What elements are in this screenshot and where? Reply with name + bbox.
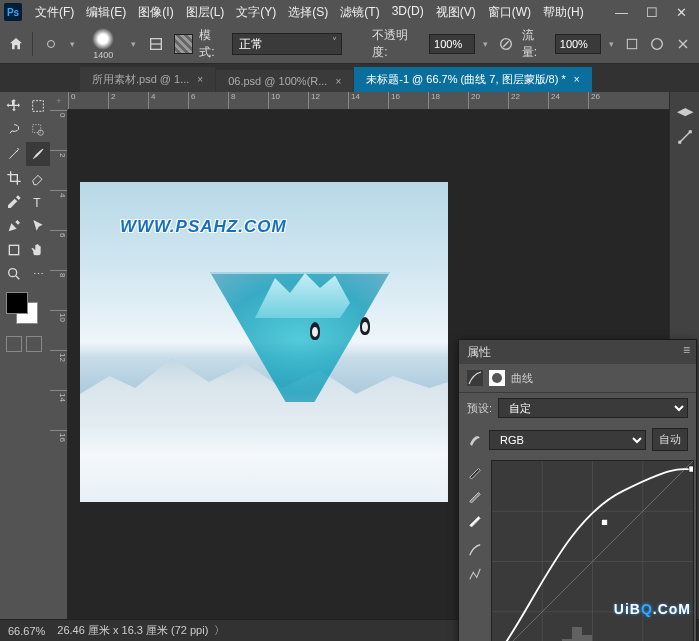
auto-button[interactable]: 自动 <box>652 428 688 451</box>
maximize-button[interactable]: ☐ <box>646 5 658 20</box>
menu-window[interactable]: 窗口(W) <box>483 1 536 24</box>
close-icon[interactable]: × <box>335 76 341 87</box>
preset-label: 预设: <box>467 401 492 416</box>
options-bar: ▾ 1400 ▾ 模式: 正常 不透明度: ▾ 流量: ▾ <box>0 24 699 64</box>
menu-layer[interactable]: 图层(L) <box>181 1 230 24</box>
preset-select[interactable]: 自定 <box>498 398 688 418</box>
properties-panel: 属性 曲线 预设: 自定 RGB 自动 <box>458 339 697 641</box>
home-icon[interactable] <box>6 34 26 54</box>
ruler-horizontal[interactable]: 02468101214161820222426 <box>68 92 669 110</box>
panel-icon[interactable] <box>674 126 696 148</box>
tab-document-2[interactable]: 06.psd @ 100%(R... × <box>216 70 353 92</box>
menu-filter[interactable]: 滤镜(T) <box>335 1 384 24</box>
chevron-down-icon[interactable]: ▾ <box>129 39 138 49</box>
svg-point-14 <box>492 373 502 383</box>
menu-type[interactable]: 文字(Y) <box>231 1 281 24</box>
symmetry-icon[interactable] <box>673 34 693 54</box>
histogram <box>492 627 693 641</box>
document-tabs: 所用素材.psd @ 1... × 06.psd @ 100%(R... × 未… <box>0 64 699 92</box>
opacity-label: 不透明度: <box>372 27 423 61</box>
main-menu: 文件(F) 编辑(E) 图像(I) 图层(L) 文字(Y) 选择(S) 滤镜(T… <box>30 1 615 24</box>
texture-swatch[interactable] <box>174 34 194 54</box>
curve-point-icon[interactable] <box>467 542 483 558</box>
expand-panel-icon[interactable]: ◀▶ <box>674 100 696 122</box>
menu-select[interactable]: 选择(S) <box>283 1 333 24</box>
opacity-input[interactable] <box>429 34 475 54</box>
tab-label: 06.psd @ 100%(R... <box>228 75 327 87</box>
close-icon[interactable]: × <box>574 74 580 85</box>
magic-wand-tool[interactable] <box>2 142 26 166</box>
curve-side-tools <box>463 460 487 641</box>
zoom-tool[interactable] <box>2 262 26 286</box>
menu-edit[interactable]: 编辑(E) <box>81 1 131 24</box>
chevron-down-icon[interactable]: ▾ <box>68 39 77 49</box>
brush-panel-toggle-icon[interactable] <box>144 32 168 56</box>
menu-bar: Ps 文件(F) 编辑(E) 图像(I) 图层(L) 文字(Y) 选择(S) 滤… <box>0 0 699 24</box>
crop-tool[interactable] <box>2 166 26 190</box>
tab-label: 未标题-1 @ 66.7% (曲线 7, 图层蒙版/8) * <box>366 72 565 87</box>
eraser-tool[interactable] <box>26 166 50 190</box>
menu-3d[interactable]: 3D(D) <box>387 1 429 24</box>
main-area: T ⋯ + 02468101214161820222426 0246810121… <box>0 92 699 619</box>
quick-mask-toggle[interactable] <box>2 330 50 358</box>
brush-tool[interactable] <box>26 142 50 166</box>
document-info[interactable]: 26.46 厘米 x 16.3 厘米 (72 ppi) 〉 <box>57 623 225 638</box>
adjustment-label: 曲线 <box>511 371 533 386</box>
svg-rect-10 <box>678 141 681 144</box>
menu-help[interactable]: 帮助(H) <box>538 1 589 24</box>
pressure-opacity-icon[interactable] <box>496 34 516 54</box>
brush-preset-picker[interactable]: 1400 <box>83 28 122 60</box>
document-canvas[interactable]: WWW.PSAHZ.COM <box>80 182 448 502</box>
panel-title[interactable]: 属性 <box>459 340 696 364</box>
zoom-level[interactable]: 66.67% <box>8 625 45 637</box>
menu-image[interactable]: 图像(I) <box>133 1 178 24</box>
curve-draw-icon[interactable] <box>467 566 483 582</box>
close-button[interactable]: ✕ <box>676 5 687 20</box>
divider <box>32 32 33 56</box>
menu-file[interactable]: 文件(F) <box>30 1 79 24</box>
artwork-penguin <box>360 317 370 335</box>
path-select-tool[interactable] <box>26 214 50 238</box>
sample-white-icon[interactable] <box>467 512 483 528</box>
hand-tool[interactable] <box>26 238 50 262</box>
artwork-glass <box>210 272 390 472</box>
sample-gray-icon[interactable] <box>467 488 483 504</box>
chevron-down-icon[interactable]: ▾ <box>481 39 490 49</box>
site-watermark: UiBQ.CoM <box>614 601 691 617</box>
move-tool[interactable] <box>2 94 26 118</box>
tab-document-1[interactable]: 所用素材.psd @ 1... × <box>80 67 215 92</box>
minimize-button[interactable]: — <box>615 5 628 20</box>
edit-toolbar[interactable]: ⋯ <box>26 262 50 286</box>
shape-tool[interactable] <box>2 238 26 262</box>
tab-document-3[interactable]: 未标题-1 @ 66.7% (曲线 7, 图层蒙版/8) * × <box>354 67 591 92</box>
blend-mode-select[interactable]: 正常 <box>232 33 342 55</box>
svg-rect-24 <box>689 466 693 472</box>
sample-black-icon[interactable] <box>467 464 483 480</box>
marquee-tool[interactable] <box>26 94 50 118</box>
quick-select-tool[interactable] <box>26 118 50 142</box>
eyedropper-tool[interactable] <box>2 190 26 214</box>
airbrush-icon[interactable] <box>622 34 642 54</box>
svg-text:T: T <box>33 196 41 210</box>
brush-tool-icon[interactable] <box>39 32 63 56</box>
lasso-tool[interactable] <box>2 118 26 142</box>
ruler-vertical[interactable]: 0246810121416 <box>50 110 68 619</box>
svg-rect-11 <box>688 130 691 133</box>
foreground-color[interactable] <box>6 292 28 314</box>
adjustment-type-header: 曲线 <box>459 364 696 393</box>
channel-finger-icon[interactable] <box>467 432 483 448</box>
ruler-origin[interactable]: + <box>50 92 68 110</box>
channel-select[interactable]: RGB <box>489 430 646 450</box>
flow-input[interactable] <box>555 34 601 54</box>
svg-rect-4 <box>33 101 44 112</box>
pen-tool[interactable] <box>2 214 26 238</box>
chevron-down-icon[interactable]: ▾ <box>607 39 616 49</box>
svg-point-9 <box>9 269 17 277</box>
pressure-size-icon[interactable] <box>648 34 668 54</box>
svg-rect-23 <box>602 519 608 525</box>
color-swatches[interactable] <box>2 290 50 330</box>
menu-view[interactable]: 视图(V) <box>431 1 481 24</box>
close-icon[interactable]: × <box>197 74 203 85</box>
type-tool[interactable]: T <box>26 190 50 214</box>
svg-rect-5 <box>33 125 41 133</box>
